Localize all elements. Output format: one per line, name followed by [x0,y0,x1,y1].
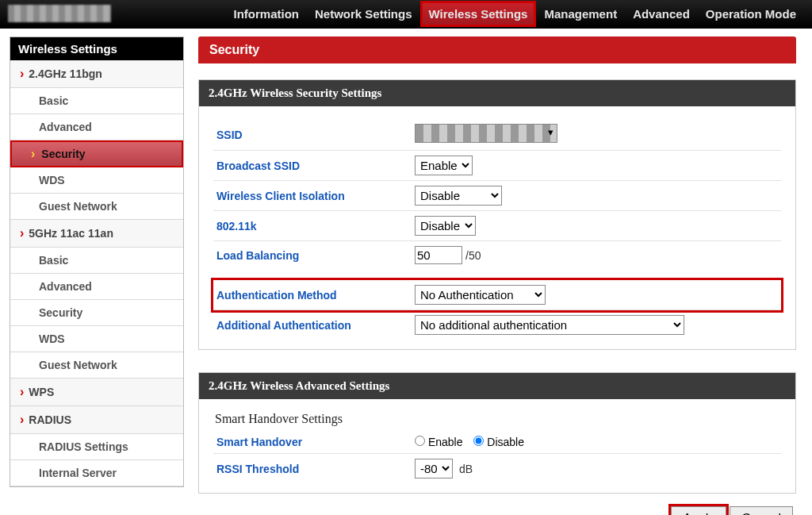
nav-operation-mode[interactable]: Operation Mode [698,1,804,27]
sidebar-group-wps[interactable]: WPS [10,379,183,406]
sidebar-item-5-wds[interactable]: WDS [10,326,183,352]
enable-text: Enable [428,436,463,448]
sidebar-item-5-security[interactable]: Security [10,300,183,326]
client-isolation-label: Wireless Client Isolation [213,181,412,211]
disable-text: Disable [487,436,524,448]
sidebar-group-24ghz[interactable]: 2.4GHz 11bgn [10,60,183,88]
auth-method-select[interactable]: No Authentication [415,285,546,305]
smart-handover-enable[interactable]: Enable [415,436,462,448]
rssi-threshold-label: RSSI Threshold [213,454,412,484]
button-row: Apply Cancel [198,506,793,515]
load-balancing-hint: /50 [465,249,481,262]
smart-handover-enable-radio[interactable] [415,436,425,446]
ssid-select[interactable] [415,124,557,143]
load-balancing-label: Load Balancing [213,241,412,270]
top-bar: Information Network Settings Wireless Se… [0,0,812,29]
additional-auth-label: Additional Authentication [213,310,412,340]
page-title: Security [198,37,796,63]
security-panel-header: 2.4GHz Wireless Security Settings [199,80,795,106]
sidebar: Wireless Settings 2.4GHz 11bgn Basic Adv… [10,37,184,487]
additional-auth-select[interactable]: No additional authentication [415,315,684,335]
rssi-threshold-select[interactable]: -80 [415,459,453,478]
nav-network-settings[interactable]: Network Settings [307,1,420,27]
top-nav: Information Network Settings Wireless Se… [225,1,804,27]
sidebar-group-radius[interactable]: RADIUS [10,406,183,434]
sidebar-item-24-guest[interactable]: Guest Network [10,194,183,220]
nav-management[interactable]: Management [536,1,625,27]
smart-handover-heading: Smart Handover Settings [213,412,781,431]
80211k-label: 802.11k [213,211,412,241]
sidebar-group-5ghz[interactable]: 5GHz 11ac 11an [10,220,183,248]
security-settings-panel: 2.4GHz Wireless Security Settings SSID B… [198,79,796,350]
ssid-label: SSID [213,119,412,151]
nav-wireless-settings[interactable]: Wireless Settings [420,1,537,27]
nav-information[interactable]: Information [225,1,307,27]
smart-handover-disable[interactable]: Disable [473,436,524,448]
sidebar-item-5-advanced[interactable]: Advanced [10,274,183,300]
advanced-panel-header: 2.4GHz Wireless Advanced Settings [199,373,795,399]
broadcast-ssid-select[interactable]: Enable [415,156,473,175]
sidebar-item-internal-server[interactable]: Internal Server [10,460,183,486]
broadcast-ssid-label: Broadcast SSID [213,151,412,181]
advanced-settings-panel: 2.4GHz Wireless Advanced Settings Smart … [198,372,796,494]
sidebar-item-24-advanced[interactable]: Advanced [10,114,183,140]
cancel-button[interactable]: Cancel [730,506,793,515]
sidebar-item-radius-settings[interactable]: RADIUS Settings [10,434,183,460]
auth-method-label: Authentication Method [213,280,412,310]
load-balancing-input[interactable] [415,246,462,264]
apply-button[interactable]: Apply [671,506,726,515]
client-isolation-select[interactable]: Disable [415,186,502,206]
nav-advanced[interactable]: Advanced [625,1,698,27]
sidebar-item-24-basic[interactable]: Basic [10,88,183,114]
brand-logo [8,5,111,22]
80211k-select[interactable]: Disable [415,216,476,236]
smart-handover-label: Smart Handover [213,431,412,454]
sidebar-item-5-guest[interactable]: Guest Network [10,352,183,379]
main-content: Security 2.4GHz Wireless Security Settin… [198,37,812,515]
rssi-unit: dB [459,463,473,475]
sidebar-title: Wireless Settings [10,37,183,60]
smart-handover-disable-radio[interactable] [473,436,484,446]
sidebar-item-24-wds[interactable]: WDS [10,167,183,194]
sidebar-item-24-security[interactable]: Security [10,140,183,167]
sidebar-item-5-basic[interactable]: Basic [10,248,183,274]
